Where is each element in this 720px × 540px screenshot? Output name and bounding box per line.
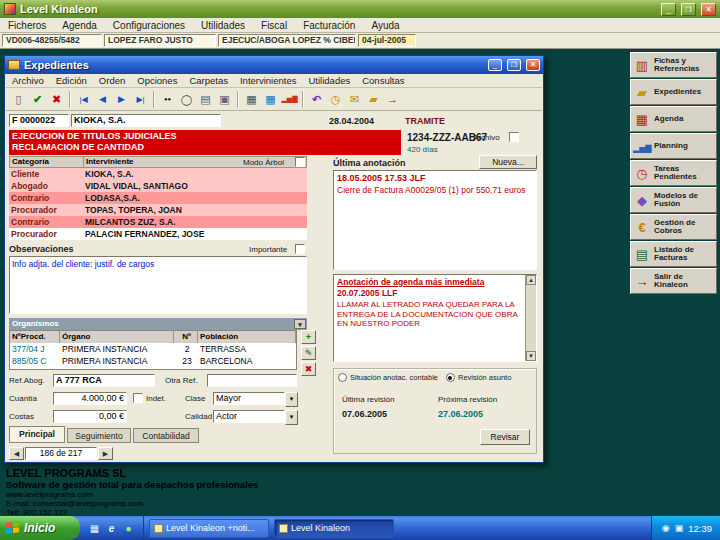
tab-contabilidad[interactable]: Contabilidad [133,428,199,443]
undo-icon[interactable] [307,90,326,109]
previous-record-button[interactable] [9,447,24,460]
menu-edicion[interactable]: Edición [50,75,93,86]
tab-seguimiento[interactable]: Seguimiento [67,428,131,443]
quick-date-field[interactable]: 04-jul-2005 [358,34,416,47]
network-icon[interactable]: ▣ [675,523,684,533]
clase-select[interactable]: Mayor [213,392,285,405]
cuantia-field[interactable]: 4.000,00 € [53,392,127,405]
mail-icon[interactable] [345,90,364,109]
scrollbar[interactable]: ▲ ▼ [525,275,536,361]
sidebar-item-expedientes[interactable]: Expedientes [630,79,717,105]
first-record-icon[interactable] [74,90,93,109]
history-clock-icon[interactable] [326,90,345,109]
situacion-contable-option[interactable]: Situación anotac. contable [338,373,438,382]
chevron-down-icon[interactable]: ▾ [294,319,306,329]
revision-asunto-option[interactable]: Revisión asunto [446,373,511,382]
print-icon[interactable] [215,90,234,109]
scroll-down-icon[interactable]: ▼ [526,351,536,361]
menu-consultas[interactable]: Consultas [356,75,410,86]
sidebar-item-modelos-fusion[interactable]: Modelos de Fusión [630,187,717,213]
binoculars-search-icon[interactable] [158,90,177,109]
save-icon[interactable] [28,90,47,109]
messenger-icon[interactable]: ● [122,523,135,534]
browser-icon[interactable]: e [105,523,118,534]
sidebar-item-gestion-cobros[interactable]: Gestión de Cobros [630,214,717,240]
menu-ficheros[interactable]: Ficheros [0,20,54,31]
party-row[interactable]: Abogado VIDAL VIDAL, SANTIAGO [9,180,307,192]
menu-archivo[interactable]: Archivo [6,75,50,86]
radio-icon[interactable] [338,373,347,382]
menu-configuraciones[interactable]: Configuraciones [105,20,193,31]
sidebar-item-agenda[interactable]: Agenda [630,106,717,132]
quick-subject-field[interactable]: EJECUC/ABOGA LOPEZ % CIBER [218,34,356,47]
previous-record-icon[interactable] [93,90,112,109]
chart-icon[interactable] [280,90,299,109]
menu-agenda[interactable]: Agenda [54,20,104,31]
procedure-row[interactable]: 885/05 C PRIMERA INSTANCIA 23 BARCELONA [10,355,296,367]
organismos-section-header[interactable]: Organismos ▾ [9,318,307,330]
revisar-button[interactable]: Revisar [480,429,530,445]
expedientes-titlebar[interactable]: Expedientes [5,56,543,74]
annotation-box[interactable]: 18.05.2005 17.53 JLF Cierre de Factura A… [333,170,537,270]
party-row[interactable]: Procurador PALACIN FERNANDEZ, JOSE [9,228,307,240]
party-row[interactable]: Procurador TOPAS, TOPERA, JOAN [9,204,307,216]
new-record-icon[interactable] [9,90,28,109]
close-button[interactable] [526,59,540,71]
menu-ayuda[interactable]: Ayuda [363,20,407,31]
table-icon[interactable] [261,90,280,109]
main-window-titlebar[interactable]: Level Kinaleon [0,0,720,18]
archive-checkbox[interactable] [509,132,519,142]
sidebar-item-salir[interactable]: Salir de Kinaleon [630,268,717,294]
menu-intervinientes[interactable]: Intervinientes [234,75,303,86]
case-code-field[interactable]: F 0000022 [9,114,69,127]
menu-utilidades[interactable]: Utilidades [302,75,356,86]
preview-icon[interactable] [196,90,215,109]
calculator-icon[interactable] [242,90,261,109]
case-client-field[interactable]: KIOKA, S.A. [71,114,221,127]
menu-fiscal[interactable]: Fiscal [253,20,295,31]
sidebar-item-listado-facturas[interactable]: Listado de Facturas [630,241,717,267]
party-row[interactable]: Contrario MILCANTOS ZUZ, S.A. [9,216,307,228]
volume-icon[interactable]: ◉ [662,523,670,533]
menu-carpetas[interactable]: Carpetas [183,75,234,86]
taskbar-item-kinaleon-secondary[interactable]: Level Kinaleon +noti... [149,519,269,538]
nueva-anotacion-button[interactable]: Nueva... [479,155,537,169]
next-record-icon[interactable] [112,90,131,109]
agenda-box[interactable]: Anotación de agenda más inmediata 20.07.… [333,274,537,362]
zoom-icon[interactable] [177,90,196,109]
last-record-icon[interactable] [131,90,150,109]
folders-icon[interactable] [364,90,383,109]
sidebar-item-tareas-pendientes[interactable]: Tareas Pendientes [630,160,717,186]
restore-button[interactable] [507,59,521,71]
party-row[interactable]: Contrario LODASA,S.A. [9,192,307,204]
radio-selected-icon[interactable] [446,373,455,382]
quick-name-field[interactable]: LOPEZ FARO JUSTO [104,34,216,47]
menu-utilidades[interactable]: Utilidades [193,20,253,31]
party-row[interactable]: Cliente KIOKA, S.A. [9,168,307,180]
tree-mode-checkbox[interactable] [295,157,305,167]
taskbar-item-kinaleon-active[interactable]: Level Kinaleon [274,519,394,538]
next-record-button[interactable] [98,447,113,460]
minimize-button[interactable] [488,59,502,71]
show-desktop-icon[interactable]: ▦ [88,523,101,534]
chevron-down-icon[interactable]: ▾ [285,410,298,425]
procedure-add-button[interactable] [301,330,316,344]
exit-icon[interactable] [383,90,402,109]
observaciones-textarea[interactable]: Info adjta. del cliente: justif. de carg… [9,256,307,314]
scroll-up-icon[interactable]: ▲ [526,275,536,285]
delete-icon[interactable] [47,90,66,109]
close-button[interactable] [701,3,716,16]
maximize-button[interactable] [681,3,696,16]
costas-field[interactable]: 0,00 € [53,410,127,423]
start-button[interactable]: Inicio [0,516,80,540]
minimize-button[interactable] [661,3,676,16]
procedure-row[interactable]: 377/04 J PRIMERA INSTANCIA 2 TERRASSA [10,343,296,355]
quick-ref-field[interactable]: VD006-48255/5482 [2,34,102,47]
chevron-down-icon[interactable]: ▾ [285,392,298,407]
indet-checkbox[interactable] [133,393,143,403]
tab-principal[interactable]: Principal [9,426,65,443]
menu-orden[interactable]: Orden [93,75,131,86]
sidebar-item-planning[interactable]: Planning [630,133,717,159]
menu-opciones[interactable]: Opciones [131,75,183,86]
procedure-delete-button[interactable] [301,362,316,376]
